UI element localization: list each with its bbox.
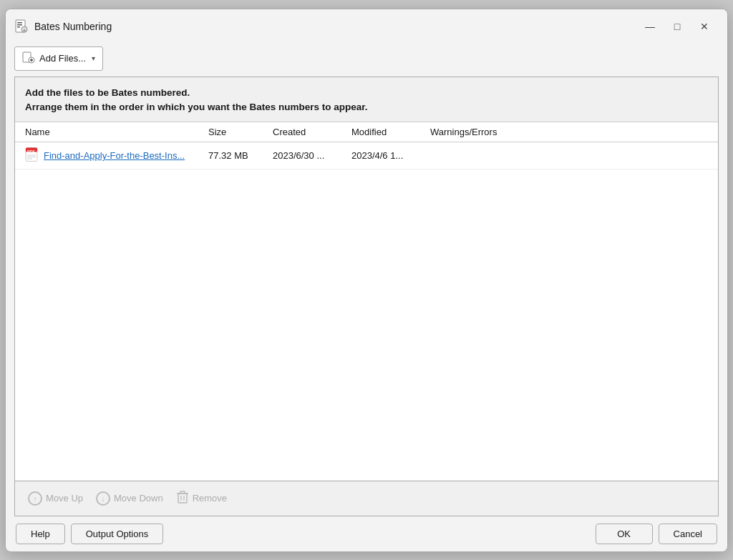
table-header-row: Name Size Created Modified Warnings/Erro… bbox=[15, 122, 718, 142]
window-icon: + bbox=[14, 19, 29, 34]
remove-label: Remove bbox=[193, 493, 227, 503]
window-controls: — □ ✕ bbox=[637, 16, 717, 36]
move-up-icon: ↑ bbox=[28, 491, 42, 506]
col-header-warnings[interactable]: Warnings/Errors bbox=[423, 122, 718, 142]
move-down-icon: ↓ bbox=[96, 491, 110, 506]
footer-right: OK Cancel bbox=[596, 524, 717, 544]
move-down-button[interactable]: ↓ Move Down bbox=[93, 490, 166, 507]
bottom-toolbar: ↑ Move Up ↓ Move Down Remove bbox=[14, 481, 719, 516]
table-row[interactable]: PDF Find-and-Apply-For-the-Best-Ins...77… bbox=[15, 142, 718, 170]
cancel-button[interactable]: Cancel bbox=[659, 524, 717, 544]
cell-created: 2023/6/30 ... bbox=[266, 142, 344, 170]
close-button[interactable]: ✕ bbox=[691, 16, 717, 36]
dropdown-arrow-icon: ▾ bbox=[92, 54, 95, 62]
col-header-size[interactable]: Size bbox=[201, 122, 266, 142]
footer-left: Help Output Options bbox=[16, 524, 163, 544]
svg-rect-16 bbox=[178, 493, 187, 503]
remove-button[interactable]: Remove bbox=[173, 488, 230, 509]
move-up-label: Move Up bbox=[46, 493, 83, 503]
help-button[interactable]: Help bbox=[16, 524, 65, 544]
output-options-button[interactable]: Output Options bbox=[71, 524, 163, 544]
move-down-label: Move Down bbox=[114, 493, 163, 503]
title-bar: + Bates Numbering — □ ✕ bbox=[6, 9, 727, 41]
file-name: Find-and-Apply-For-the-Best-Ins... bbox=[44, 150, 185, 161]
ok-button[interactable]: OK bbox=[596, 524, 653, 544]
footer: Help Output Options OK Cancel bbox=[6, 516, 727, 551]
svg-text:PDF: PDF bbox=[27, 149, 36, 154]
minimize-button[interactable]: — bbox=[637, 16, 663, 36]
svg-rect-3 bbox=[17, 26, 20, 28]
pdf-icon: PDF bbox=[25, 147, 38, 164]
cell-warnings bbox=[423, 142, 718, 170]
add-files-icon bbox=[22, 51, 35, 67]
cell-modified: 2023/4/6 1... bbox=[344, 142, 423, 170]
svg-rect-2 bbox=[17, 24, 22, 26]
instruction-line1: Add the files to be Bates numbered. bbox=[25, 86, 708, 100]
instruction-line2: Arrange them in the order in which you w… bbox=[25, 100, 708, 114]
cell-size: 77.32 MB bbox=[201, 142, 266, 170]
add-files-button[interactable]: Add Files... ▾ bbox=[14, 46, 103, 71]
file-table: Name Size Created Modified Warnings/Erro… bbox=[15, 122, 718, 481]
col-header-name[interactable]: Name bbox=[15, 122, 201, 142]
svg-text:+: + bbox=[23, 27, 26, 32]
main-panel: Add the files to be Bates numbered. Arra… bbox=[14, 77, 719, 481]
maximize-button[interactable]: □ bbox=[664, 16, 690, 36]
svg-rect-1 bbox=[17, 22, 22, 24]
trash-icon bbox=[176, 490, 189, 507]
col-header-modified[interactable]: Modified bbox=[344, 122, 423, 142]
move-up-button[interactable]: ↑ Move Up bbox=[25, 490, 86, 507]
toolbar: Add Files... ▾ bbox=[6, 41, 727, 77]
col-header-created[interactable]: Created bbox=[266, 122, 344, 142]
window-title: Bates Numbering bbox=[34, 21, 637, 32]
bates-numbering-window: + Bates Numbering — □ ✕ Add Files... ▾ bbox=[5, 9, 728, 552]
instructions-panel: Add the files to be Bates numbered. Arra… bbox=[15, 77, 718, 123]
cell-name: PDF Find-and-Apply-For-the-Best-Ins... bbox=[15, 142, 201, 169]
add-files-label: Add Files... bbox=[39, 53, 86, 64]
